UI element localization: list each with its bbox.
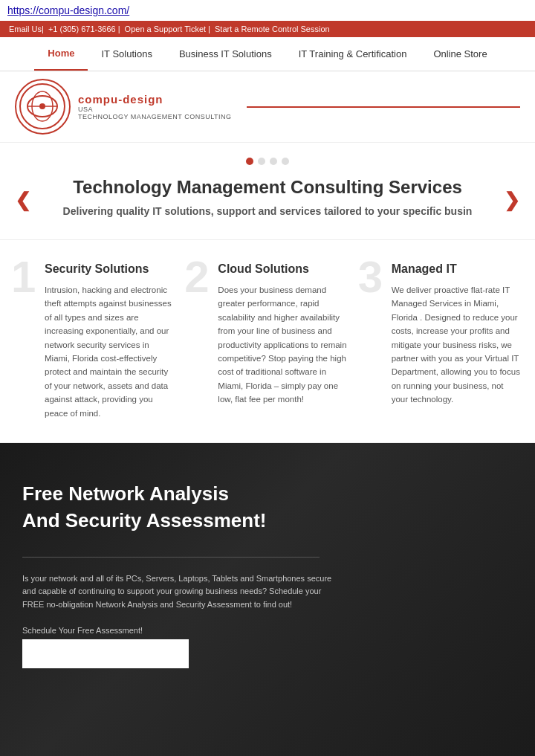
nav-training[interactable]: IT Training & Certification <box>285 38 421 70</box>
col-title-3: Managed IT <box>392 262 520 276</box>
cta-schedule-label: Schedule Your Free Assessment! <box>22 626 513 635</box>
logo-icon <box>15 79 71 135</box>
feature-cloud: 2 Cloud Solutions Does your business dem… <box>188 262 346 420</box>
feature-managed: 3 Managed IT We deliver proactive flat-r… <box>362 262 520 420</box>
dot-2[interactable] <box>258 158 265 165</box>
schedule-button[interactable] <box>22 639 189 668</box>
url-link[interactable]: https://compu-design.com/ <box>7 4 129 16</box>
logo-text: compu-design USA TECHNOLOGY MANAGEMENT C… <box>78 93 232 120</box>
nav-business-it[interactable]: Business IT Solutions <box>166 38 285 70</box>
cta-divider <box>22 557 320 558</box>
info-remote[interactable]: Start a Remote Control Session <box>215 25 330 33</box>
info-ticket[interactable]: Open a Support Ticket | <box>125 25 210 33</box>
logo-main: compu-design <box>78 93 232 106</box>
nav-home[interactable]: Home <box>34 37 88 71</box>
features-section: 1 Security Solutions Intrusion, hacking … <box>0 240 535 443</box>
slider-next[interactable]: ❯ <box>504 189 520 212</box>
logo-area[interactable]: compu-design USA TECHNOLOGY MANAGEMENT C… <box>15 79 232 135</box>
dot-3[interactable] <box>270 158 277 165</box>
cta-title: Free Network Analysis And Security Asses… <box>22 480 513 534</box>
nav-store[interactable]: Online Store <box>420 38 500 70</box>
hero-slider: ❮ ❯ Technology Management Consulting Ser… <box>0 143 535 240</box>
col-text-1: Intrusion, hacking and electronic theft … <box>45 283 173 420</box>
main-nav: Home IT Solutions Business IT Solutions … <box>0 37 535 71</box>
info-email[interactable]: Email Us| <box>9 25 44 33</box>
cta-section: Free Network Analysis And Security Asses… <box>0 443 535 756</box>
dot-4[interactable] <box>282 158 289 165</box>
url-bar: https://compu-design.com/ <box>0 0 535 21</box>
header-divider <box>247 106 520 108</box>
slider-subtitle: Delivering quality IT solutions, support… <box>45 205 490 217</box>
site-header: compu-design USA TECHNOLOGY MANAGEMENT C… <box>0 71 535 143</box>
col-title-2: Cloud Solutions <box>218 262 346 276</box>
slider-dots <box>45 158 490 165</box>
logo-tagline: TECHNOLOGY MANAGEMENT CONSULTING <box>78 113 232 120</box>
logo-sub: USA <box>78 106 232 113</box>
col-text-2: Does your business demand greater perfor… <box>218 283 346 407</box>
cta-title-line2: And Security Assessment! <box>22 509 266 532</box>
col-text-3: We deliver proactive flat-rate IT Manage… <box>392 283 520 407</box>
nav-it-solutions[interactable]: IT Solutions <box>88 38 165 70</box>
slider-prev[interactable]: ❮ <box>15 189 31 212</box>
info-phone[interactable]: +1 (305) 671-3666 | <box>48 25 120 33</box>
feature-security: 1 Security Solutions Intrusion, hacking … <box>15 262 173 420</box>
cta-title-line1: Free Network Analysis <box>22 482 229 505</box>
dot-1[interactable] <box>246 158 253 165</box>
cta-body: Is your network and all of its PCs, Serv… <box>22 572 342 612</box>
col-title-1: Security Solutions <box>45 262 173 276</box>
info-bar: Email Us| +1 (305) 671-3666 | Open a Sup… <box>0 21 535 37</box>
slider-title: Technology Management Consulting Service… <box>45 177 490 198</box>
